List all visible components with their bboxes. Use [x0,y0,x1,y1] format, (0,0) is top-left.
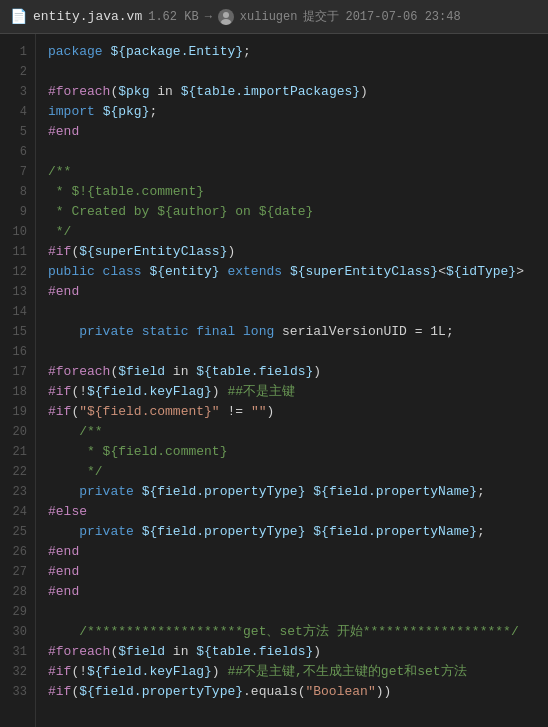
line-number: 8 [0,182,35,202]
code-line: #if(${field.propertyType}.equals("Boolea… [48,682,548,702]
code-line: /** [48,422,548,442]
code-line: #end [48,582,548,602]
line-number: 19 [0,402,35,422]
file-icon: 📄 [10,8,27,25]
code-line: */ [48,462,548,482]
code-line: import ${pkg}; [48,102,548,122]
commit-date: 2017-07-06 23:48 [345,10,460,24]
code-line: #if(!${field.keyFlag}) ##不是主键,不生成主键的get和… [48,662,548,682]
code-line [48,142,548,162]
line-number: 5 [0,122,35,142]
line-number: 3 [0,82,35,102]
avatar [218,9,234,25]
code-line: * $!{table.comment} [48,182,548,202]
code-viewer: 1234567891011121314151617181920212223242… [0,34,548,727]
action: 提交于 [303,8,339,25]
code-line: private static final long serialVersionU… [48,322,548,342]
code-line: private ${field.propertyType} ${field.pr… [48,482,548,502]
line-number: 9 [0,202,35,222]
line-number: 30 [0,622,35,642]
line-number: 17 [0,362,35,382]
line-number: 10 [0,222,35,242]
line-number: 13 [0,282,35,302]
code-line: #if(${superEntityClass}) [48,242,548,262]
line-number: 14 [0,302,35,322]
line-number: 1 [0,42,35,62]
code-line: /********************get、set方法 开始*******… [48,622,548,642]
code-line: #end [48,122,548,142]
line-number: 26 [0,542,35,562]
code-line: #end [48,282,548,302]
code-line: #end [48,562,548,582]
line-number: 4 [0,102,35,122]
line-number: 25 [0,522,35,542]
line-number: 33 [0,682,35,702]
code-line: * ${field.comment} [48,442,548,462]
code-line: #foreach($field in ${table.fields}) [48,362,548,382]
code-line: #end [48,542,548,562]
code-line: private ${field.propertyType} ${field.pr… [48,522,548,542]
arrow: → [205,10,212,24]
code-line: #else [48,502,548,522]
line-number: 20 [0,422,35,442]
file-size: 1.62 KB [148,10,198,24]
line-number: 23 [0,482,35,502]
username: xuliugen [240,10,298,24]
code-line: #if("${field.comment}" != "") [48,402,548,422]
code-line [48,342,548,362]
code-line: #foreach($field in ${table.fields}) [48,642,548,662]
line-number: 15 [0,322,35,342]
line-number: 7 [0,162,35,182]
code-line: public class ${entity} extends ${superEn… [48,262,548,282]
svg-point-0 [223,12,229,18]
line-number: 24 [0,502,35,522]
code-content: package ${package.Entity}; #foreach($pkg… [36,34,548,727]
line-number: 22 [0,462,35,482]
file-header: 📄 entity.java.vm 1.62 KB → xuliugen 提交于 … [0,0,548,34]
code-line: #foreach($pkg in ${table.importPackages}… [48,82,548,102]
line-numbers: 1234567891011121314151617181920212223242… [0,34,36,727]
line-number: 6 [0,142,35,162]
line-number: 32 [0,662,35,682]
line-number: 21 [0,442,35,462]
filename: entity.java.vm [33,9,142,24]
line-number: 28 [0,582,35,602]
code-line [48,302,548,322]
code-line [48,62,548,82]
code-line: package ${package.Entity}; [48,42,548,62]
code-line [48,602,548,622]
line-number: 18 [0,382,35,402]
code-line: #if(!${field.keyFlag}) ##不是主键 [48,382,548,402]
line-number: 2 [0,62,35,82]
code-line: */ [48,222,548,242]
svg-point-1 [221,19,231,25]
line-number: 11 [0,242,35,262]
line-number: 16 [0,342,35,362]
code-line: * Created by ${author} on ${date} [48,202,548,222]
code-line: /** [48,162,548,182]
line-number: 31 [0,642,35,662]
line-number: 12 [0,262,35,282]
line-number: 27 [0,562,35,582]
line-number: 29 [0,602,35,622]
